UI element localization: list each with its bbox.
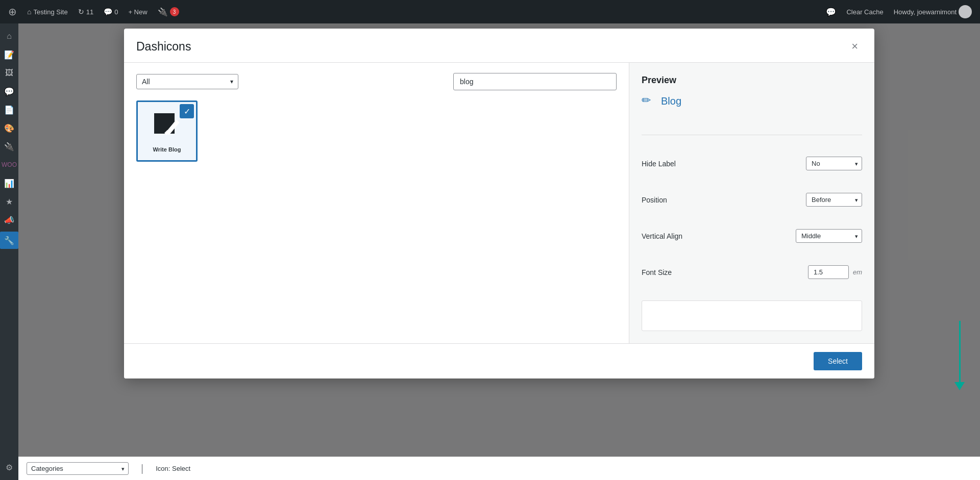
extra-setting-area: [642, 300, 862, 331]
bottom-bar: Categories | Icon: Select: [18, 457, 980, 480]
modal-header: Dashicons ×: [124, 29, 874, 63]
sidebar-icon-comments[interactable]: 💬: [0, 83, 18, 100]
sidebar-icon-active[interactable]: 🔧: [0, 232, 18, 249]
sidebar-icon-posts[interactable]: 📝: [0, 46, 18, 63]
vertical-align-select[interactable]: Middle Top Bottom: [796, 229, 862, 243]
modal-body: All Admin Blog Media Social ✓: [124, 63, 874, 343]
font-size-label: Font Size: [642, 268, 672, 276]
admin-bar: ⊕ ⌂ Testing Site ↻ 11 💬 0 + New 🔌 3 💬 Cl…: [0, 0, 980, 23]
modal-overlay: Dashicons × All Admin Blog Media Social: [18, 23, 980, 457]
setting-row-font-size: Font Size em: [642, 260, 862, 284]
sidebar-icon-appearance[interactable]: 🎨: [0, 119, 18, 137]
position-control: Before After: [806, 193, 862, 207]
sidebar: ⌂ 📝 🖼 💬 📄 🎨 🔌 WOO 📊 ★ 📣 🔧 ⚙: [0, 23, 18, 480]
clear-cache-item[interactable]: Clear Cache: [842, 0, 887, 23]
wp-logo-item[interactable]: ⊕: [4, 0, 21, 23]
setting-row-vertical-align: Vertical Align Middle Top Bottom: [642, 224, 862, 248]
font-size-input[interactable]: [808, 265, 849, 279]
clear-cache-label: Clear Cache: [846, 8, 883, 16]
comments-count: 0: [114, 8, 118, 16]
setting-row-hide-label: Hide Label No Yes: [642, 151, 862, 175]
site-name: Testing Site: [33, 8, 67, 16]
icon-item-write-blog[interactable]: ✓ Write Blog: [136, 100, 198, 162]
modal-close-button[interactable]: ×: [847, 39, 862, 54]
checkmark-icon: ✓: [180, 104, 194, 118]
position-label: Position: [642, 196, 667, 204]
updates-count: 11: [86, 8, 93, 16]
categories-select[interactable]: Categories: [27, 462, 129, 475]
sidebar-icon-media[interactable]: 🖼: [0, 64, 18, 82]
write-blog-graphic: [151, 110, 183, 142]
select-button[interactable]: Select: [814, 352, 862, 370]
sidebar-icon-pages[interactable]: 📄: [0, 101, 18, 118]
preview-title: Preview: [642, 75, 862, 86]
plugin-item[interactable]: 🔌 3: [154, 0, 183, 23]
vertical-align-label: Vertical Align: [642, 232, 682, 240]
filter-select-wrap: All Admin Blog Media Social: [136, 74, 238, 89]
icon-item-label-write-blog: Write Blog: [153, 146, 181, 153]
hide-label-label: Hide Label: [642, 160, 676, 168]
write-blog-svg: [152, 111, 182, 141]
howdy-label: Howdy, joewarnimont: [894, 8, 957, 16]
home-icon: ⌂: [27, 8, 31, 16]
sidebar-icon-plugins[interactable]: 🔌: [0, 138, 18, 155]
sidebar-icon-analytics[interactable]: 📊: [0, 174, 18, 192]
plugin-badge: 3: [170, 7, 179, 16]
icon-select-label: Icon: Select: [156, 465, 190, 472]
sidebar-icon-stars[interactable]: ★: [0, 193, 18, 210]
settings-divider-1: [642, 135, 862, 135]
howdy-item[interactable]: Howdy, joewarnimont: [890, 0, 976, 23]
categories-wrap: Categories: [27, 462, 129, 475]
setting-row-position: Position Before After: [642, 188, 862, 212]
dashicons-modal: Dashicons × All Admin Blog Media Social: [124, 29, 874, 378]
updates-icon: ↻: [78, 8, 84, 16]
wp-logo-icon: ⊕: [8, 6, 17, 18]
chat-icon: 💬: [826, 7, 836, 17]
preview-section: Preview ✏ Blog: [642, 75, 862, 118]
modal-footer: Select: [124, 343, 874, 378]
icons-grid: ✓ Write Blog: [136, 100, 617, 162]
admin-bar-right: 💬 Clear Cache Howdy, joewarnimont: [822, 0, 976, 23]
new-item[interactable]: + New: [124, 0, 151, 23]
comments-icon: 💬: [104, 8, 112, 16]
sidebar-icon-settings[interactable]: ⚙: [0, 459, 18, 476]
sidebar-icon-dashboard[interactable]: ⌂: [0, 28, 18, 45]
filter-select[interactable]: All Admin Blog Media Social: [136, 74, 238, 89]
modal-title: Dashicons: [136, 40, 191, 54]
font-size-control: em: [808, 265, 862, 279]
position-select[interactable]: Before After: [806, 193, 862, 207]
preview-blog-icon: ✏: [642, 94, 656, 108]
font-size-unit: em: [853, 268, 862, 276]
icons-panel: All Admin Blog Media Social ✓: [124, 63, 629, 343]
preview-panel: Preview ✏ Blog Hide Label No Yes: [629, 63, 874, 343]
icons-toolbar: All Admin Blog Media Social: [136, 73, 617, 90]
search-input[interactable]: [453, 73, 617, 90]
plugin-icon: 🔌: [158, 7, 168, 17]
hide-label-select[interactable]: No Yes: [806, 157, 862, 170]
comments-item[interactable]: 💬 0: [100, 0, 122, 23]
site-name-item[interactable]: ⌂ Testing Site: [23, 0, 72, 23]
new-label: + New: [128, 8, 147, 16]
chat-icon-item[interactable]: 💬: [822, 0, 840, 23]
avatar: [959, 5, 972, 18]
sidebar-icon-megaphone[interactable]: 📣: [0, 211, 18, 229]
preview-icon-display: ✏ Blog: [642, 94, 862, 108]
updates-item[interactable]: ↻ 11: [74, 0, 97, 23]
vertical-align-control: Middle Top Bottom: [796, 229, 862, 243]
preview-icon-label: Blog: [661, 95, 681, 107]
sidebar-icon-woo[interactable]: WOO: [0, 156, 18, 173]
hide-label-control: No Yes: [806, 157, 862, 170]
